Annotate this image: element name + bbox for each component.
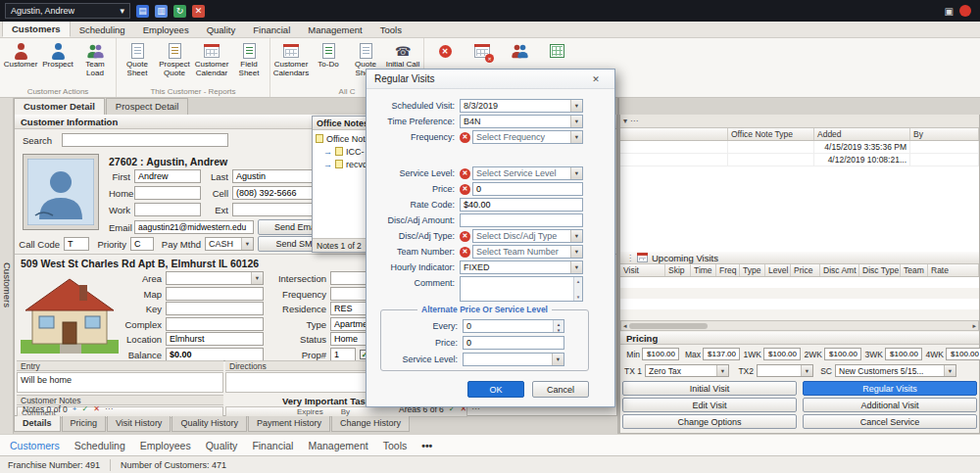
scroll-down-icon[interactable]: ▾ [577, 294, 580, 300]
close-icon[interactable]: ✕ [585, 74, 607, 84]
priority-field[interactable] [130, 237, 154, 251]
disc-adj-type-combo[interactable]: Select Disc/Adj Type ▾ [472, 229, 583, 243]
tx1-combo[interactable]: Zero Tax ▾ [645, 364, 729, 377]
ribbon-tab-financial[interactable]: Financial [244, 23, 299, 37]
ribbon-button-customer-calendar[interactable]: Customer Calendar [193, 39, 230, 86]
search-input[interactable] [62, 133, 228, 147]
cancel-service-button[interactable]: Cancel Service [803, 414, 977, 429]
column-header[interactable]: Visit [620, 264, 665, 276]
ribbon-button-field-sheet[interactable]: Field Sheet [230, 39, 268, 86]
wk4-price-field[interactable] [946, 348, 980, 360]
nav-scheduling[interactable]: Scheduling [74, 440, 125, 451]
max-price-field[interactable] [703, 348, 740, 360]
prop-field[interactable] [330, 348, 356, 361]
ribbon-button-quote-sheet[interactable]: Quote Sheet [119, 39, 156, 86]
column-header[interactable]: Rate [928, 264, 979, 276]
column-header[interactable]: Disc Amt [820, 264, 859, 276]
every-stepper[interactable]: 0 ▴ ▾ [463, 319, 564, 333]
ribbon-tab-tools[interactable]: Tools [371, 23, 411, 37]
column-header[interactable]: Time [691, 264, 716, 276]
nav-more-icon[interactable]: ••• [421, 440, 432, 451]
tab-prospect-detail[interactable]: Prospect Detail [106, 98, 188, 115]
wk3-price-field[interactable] [885, 348, 922, 360]
more-icon[interactable]: ⋯ [630, 117, 638, 125]
initial-visit-button[interactable]: Initial Visit [622, 381, 797, 396]
price-field[interactable] [472, 182, 583, 196]
drag-handle-icon[interactable]: ⋮ [626, 254, 634, 262]
ribbon-button-customer[interactable]: Customer [2, 39, 39, 86]
chevron-down-icon[interactable]: ▾ [623, 117, 627, 125]
last-name-field[interactable] [232, 169, 320, 183]
area-combo[interactable]: ▾ [166, 271, 264, 285]
ext-field[interactable] [232, 203, 320, 216]
wk1-price-field[interactable] [763, 348, 801, 360]
more-icon[interactable]: ⋯ [105, 404, 113, 413]
ribbon-tab-employees[interactable]: Employees [134, 23, 198, 37]
table-row[interactable]: 4/12/2019 10:08:21... [620, 154, 979, 166]
ribbon-tab-management[interactable]: Management [299, 23, 370, 37]
tab-visit-history[interactable]: Visit History [107, 416, 171, 432]
save-icon[interactable]: ▤ [136, 5, 149, 18]
cancel-button[interactable]: Cancel [532, 381, 589, 398]
scheduled-visit-combo[interactable]: 8/3/2019 ▾ [460, 99, 583, 113]
window-icon[interactable]: ▣ [945, 6, 954, 17]
column-header[interactable]: Team [901, 264, 928, 276]
nav-financial[interactable]: Financial [252, 440, 293, 451]
nav-tools[interactable]: Tools [383, 440, 408, 451]
rate-code-field[interactable] [460, 198, 583, 212]
nav-employees[interactable]: Employees [140, 440, 191, 451]
ribbon-button-customer-calendars[interactable]: Customer Calendars [272, 39, 310, 86]
balance-field[interactable] [166, 348, 264, 361]
service-level-combo[interactable]: Select Service Level ▾ [472, 166, 583, 180]
column-header[interactable]: Price [791, 264, 820, 276]
note-column[interactable] [620, 128, 728, 140]
note-type-column[interactable]: Office Note Type [728, 128, 814, 140]
customer-selector[interactable]: Agustin, Andrew ▾ [5, 3, 130, 19]
edit-visit-button[interactable]: Edit Visit [622, 398, 797, 412]
column-header[interactable]: Type [740, 264, 765, 276]
cell-phone-field[interactable] [232, 186, 320, 200]
team-number-combo[interactable]: Select Team Number ▾ [472, 245, 583, 259]
column-header[interactable]: Disc Type [859, 264, 901, 276]
map-field[interactable] [166, 287, 264, 301]
add-note-icon[interactable]: + [73, 404, 77, 413]
home-phone-field[interactable] [134, 186, 201, 200]
table-row[interactable]: 4/15/2019 3:35:36 PM [620, 141, 979, 154]
frequency-combo[interactable]: Select Frequency ▾ [472, 130, 583, 144]
complex-field[interactable] [166, 317, 264, 331]
column-header[interactable]: Freq [716, 264, 740, 276]
horizontal-scrollbar[interactable]: ◂ ▸ [620, 320, 979, 331]
ribbon-tab-customers[interactable]: Customers [2, 21, 71, 37]
delete-icon[interactable]: ✕ [192, 5, 205, 18]
change-options-button[interactable]: Change Options [622, 414, 797, 429]
side-dock-customers[interactable]: Customers [0, 98, 14, 434]
comment-textarea[interactable]: ▴ ▾ [460, 276, 583, 302]
ribbon-button-to-do[interactable]: To-Do [310, 39, 347, 86]
scroll-left-icon[interactable]: ◂ [621, 322, 629, 330]
tab-change-history[interactable]: Change History [331, 416, 410, 432]
scroll-right-icon[interactable]: ▸ [970, 322, 978, 330]
wk2-price-field[interactable] [824, 348, 861, 360]
ribbon-button-prospect-quote[interactable]: Prospect Quote [156, 39, 193, 86]
cancel-icon[interactable]: ✕ [93, 404, 100, 413]
by-column[interactable]: By [910, 128, 979, 140]
ribbon-button-prospect[interactable]: Prospect [39, 39, 76, 86]
ribbon-tab-quality[interactable]: Quality [198, 23, 245, 37]
key-field[interactable] [166, 302, 264, 315]
ribbon-button-team-load[interactable]: Team Load [76, 39, 114, 86]
scroll-up-icon[interactable]: ▴ [577, 278, 580, 284]
time-preference-combo[interactable]: B4N ▾ [460, 115, 583, 128]
tx2-combo[interactable]: ▾ [757, 364, 813, 377]
upcoming-visits-body[interactable] [620, 277, 979, 320]
ok-button[interactable]: OK [467, 381, 524, 398]
call-code-field[interactable] [64, 237, 89, 251]
step-down-icon[interactable]: ▾ [558, 327, 561, 333]
hourly-indicator-combo[interactable]: FIXED ▾ [460, 260, 583, 274]
nav-quality[interactable]: Quality [206, 440, 238, 451]
location-field[interactable] [166, 332, 264, 346]
min-price-field[interactable] [642, 348, 679, 360]
tab-details[interactable]: Details [14, 416, 61, 432]
tab-quality-history[interactable]: Quality History [172, 416, 247, 432]
scrollbar-thumb[interactable] [629, 323, 708, 329]
email-field[interactable] [134, 220, 254, 234]
